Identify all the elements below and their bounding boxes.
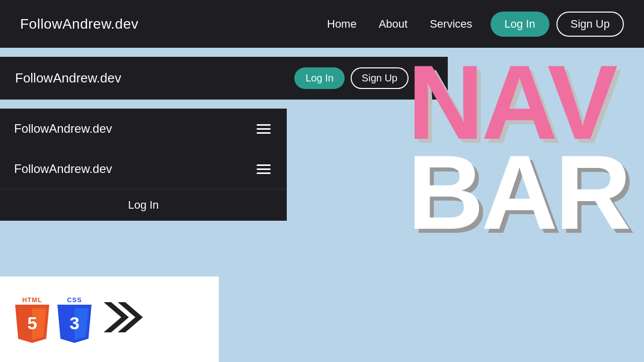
- hamburger-s1-line1: [257, 124, 271, 126]
- signup-button-partial[interactable]: Sign Up: [351, 67, 409, 89]
- navbar-small-expanded: FollowAndrew.dev Log In: [0, 149, 287, 221]
- html5-shield-icon: 5: [15, 305, 49, 343]
- html-label: HTML: [22, 296, 42, 304]
- login-button-full[interactable]: Log In: [491, 12, 549, 37]
- brand-full: FollowAndrew.dev: [20, 16, 138, 32]
- hamburger-small-2[interactable]: [255, 162, 273, 176]
- double-arrow-svg: [104, 300, 144, 335]
- signup-button-full[interactable]: Sign Up: [556, 12, 624, 37]
- css-label: CSS: [67, 296, 82, 304]
- hamburger-s2-line1: [257, 164, 271, 166]
- nav-bar-text: NAV BAR: [408, 58, 629, 237]
- navbar-small-2-toprow: FollowAndrew.dev: [0, 149, 287, 189]
- arrow-icon: [104, 300, 144, 339]
- hamburger-s2-line3: [257, 172, 271, 174]
- hamburger-s1-line3: [257, 132, 271, 134]
- nav-link-services[interactable]: Services: [421, 14, 481, 35]
- brand-small-2: FollowAndrew.dev: [14, 162, 112, 176]
- nav-link-about[interactable]: About: [370, 14, 417, 35]
- svg-text:5: 5: [27, 313, 37, 332]
- navbar-small-1: FollowAndrew.dev: [0, 109, 287, 149]
- css3-shield-icon: 3: [57, 305, 92, 343]
- menu-item-login[interactable]: Log In: [0, 189, 287, 221]
- login-button-partial[interactable]: Log In: [294, 67, 345, 89]
- brand-partial: FollowAndrew.dev: [15, 70, 121, 86]
- css3-badge: CSS 3: [57, 296, 92, 343]
- navbar-partial: FollowAndrew.dev Log In Sign Up: [0, 57, 448, 100]
- big-text-bar: BAR: [408, 148, 629, 238]
- icons-area: HTML 5 CSS 3: [0, 277, 219, 362]
- html5-badge: HTML 5: [15, 296, 49, 343]
- brand-small-1: FollowAndrew.dev: [14, 122, 112, 136]
- hamburger-s2-line2: [257, 168, 271, 170]
- svg-text:3: 3: [69, 313, 79, 332]
- navbar-full: FollowAndrew.dev Home About Services Log…: [0, 0, 644, 48]
- hamburger-s1-line2: [257, 128, 271, 130]
- nav-links: Home About Services Log In Sign Up: [318, 12, 624, 37]
- hamburger-small-1[interactable]: [255, 122, 273, 136]
- nav-link-home[interactable]: Home: [318, 14, 366, 35]
- navbar-small-container: FollowAndrew.dev FollowAndrew.dev Log In: [0, 109, 287, 221]
